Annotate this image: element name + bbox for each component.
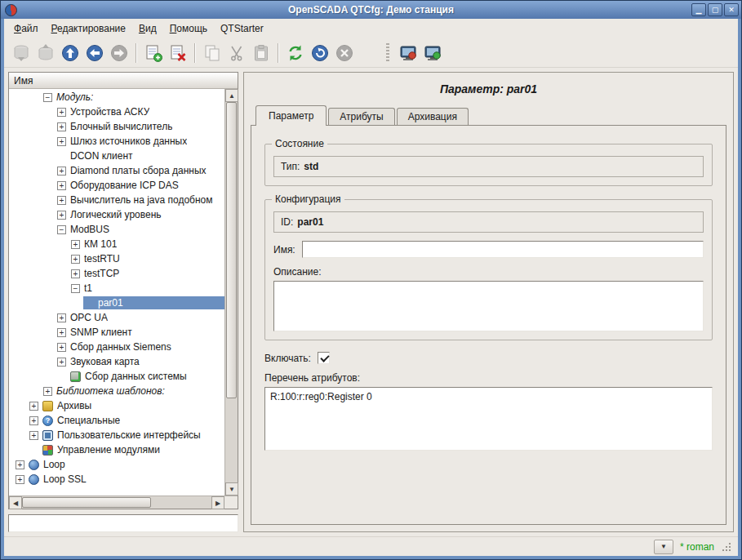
tree-vertical-scrollbar[interactable]: ▲ ▼ xyxy=(224,89,238,496)
tree-filter-input[interactable] xyxy=(8,514,238,532)
expand-icon[interactable]: + xyxy=(57,328,66,337)
tree-item[interactable]: +Шлюз источников данных xyxy=(9,134,224,149)
tree-item-label: КМ 101 xyxy=(84,238,117,250)
expand-icon[interactable]: + xyxy=(16,475,24,484)
resize-grip[interactable] xyxy=(721,541,731,552)
load-from-db-icon[interactable] xyxy=(9,41,33,65)
minimize-icon[interactable]: ▁ xyxy=(691,3,706,16)
tree-item[interactable]: +Звуковая карта xyxy=(9,354,224,369)
qtstarter-launch-icon[interactable] xyxy=(420,41,445,65)
expand-icon[interactable]: + xyxy=(29,416,38,425)
stop-update-icon[interactable] xyxy=(332,41,357,65)
expand-icon[interactable]: + xyxy=(57,181,66,190)
tree-item[interactable]: −t1 xyxy=(9,281,224,296)
tree-item[interactable]: +Блочный вычислитель xyxy=(9,119,224,134)
tree-item[interactable]: DCON клиент xyxy=(9,149,224,163)
tree-item[interactable]: +Оборудование ICP DAS xyxy=(9,178,224,193)
tree-item[interactable]: +SNMP клиент xyxy=(9,325,224,340)
status-combo-button[interactable]: ▼ xyxy=(654,540,673,554)
tree-item[interactable]: Управление модулями xyxy=(9,442,224,457)
expand-icon[interactable]: + xyxy=(57,313,66,322)
tree-item[interactable]: Сбор данных системы xyxy=(9,369,224,384)
copy-item-icon[interactable] xyxy=(200,41,224,65)
expand-icon[interactable]: + xyxy=(57,108,66,117)
expand-icon[interactable]: + xyxy=(71,240,80,249)
expand-icon[interactable]: + xyxy=(57,137,66,146)
tree-item[interactable]: +Пользовательские интерфейсы xyxy=(9,428,224,442)
collapse-icon[interactable]: − xyxy=(71,284,80,293)
tree-item[interactable]: +Архивы xyxy=(9,398,224,413)
menu-edit[interactable]: Редактирование xyxy=(45,20,132,37)
attributes-list-item[interactable]: R:100:r:reg0:Register 0 xyxy=(270,391,372,402)
menu-view[interactable]: Вид xyxy=(132,20,163,37)
expand-icon[interactable]: + xyxy=(71,255,80,264)
toolbar-handle[interactable] xyxy=(386,43,389,63)
expand-icon[interactable]: + xyxy=(29,431,38,440)
go-previous-icon[interactable] xyxy=(82,41,107,65)
tree-item[interactable]: +КМ 101 xyxy=(9,237,224,251)
scroll-thumb[interactable] xyxy=(22,497,151,508)
tab-parameter[interactable]: Параметр xyxy=(255,105,327,126)
expand-icon[interactable]: + xyxy=(57,211,66,220)
tree-item[interactable]: +Библиотека шаблонов: xyxy=(9,384,224,398)
tree-item[interactable]: +OPC UA xyxy=(9,310,224,325)
refresh-icon[interactable] xyxy=(283,41,308,65)
start-periodic-update-icon[interactable] xyxy=(308,41,332,65)
tree-item[interactable]: par01 xyxy=(9,296,224,310)
tree-item[interactable]: +Вычислитель на java подобном xyxy=(9,193,224,207)
go-up-icon[interactable] xyxy=(58,41,82,65)
attributes-list[interactable]: R:100:r:reg0:Register 0 xyxy=(264,387,713,451)
tree-column-header[interactable]: Имя xyxy=(9,73,238,89)
scroll-right-icon[interactable]: ▶ xyxy=(211,496,224,509)
tree-item-label: Архивы xyxy=(57,400,91,411)
tree-item[interactable]: +Специальные xyxy=(9,413,224,428)
tree-item[interactable]: −ModBUS xyxy=(9,222,224,237)
tree-item[interactable]: +Устройства АСКУ xyxy=(9,104,224,119)
tree-item[interactable]: +Сбор данных Siemens xyxy=(9,340,224,354)
description-textarea[interactable] xyxy=(273,281,704,331)
go-next-icon[interactable] xyxy=(107,41,131,65)
paste-item-icon[interactable] xyxy=(249,41,273,65)
expand-icon[interactable]: + xyxy=(57,343,66,352)
name-input[interactable] xyxy=(302,241,704,258)
scroll-up-icon[interactable]: ▲ xyxy=(225,89,238,102)
cut-item-icon[interactable] xyxy=(224,41,249,65)
tree-item[interactable]: −Модуль: xyxy=(9,90,224,104)
tree-item[interactable]: +Логический уровень xyxy=(9,207,224,222)
tree-item[interactable]: +Loop xyxy=(9,457,224,472)
expand-icon[interactable]: + xyxy=(57,196,66,205)
enable-checkbox[interactable] xyxy=(318,352,330,364)
expand-icon[interactable]: + xyxy=(71,269,80,278)
scroll-track[interactable] xyxy=(225,102,238,482)
delete-item-icon[interactable] xyxy=(166,41,190,65)
expand-icon[interactable]: + xyxy=(57,167,66,176)
tree-item[interactable]: +testTCP xyxy=(9,266,224,281)
menu-qtstarter[interactable]: QTStarter xyxy=(214,20,270,37)
tree-item[interactable]: +Diamond платы сбора данных xyxy=(9,163,224,178)
tree-item[interactable]: +testRTU xyxy=(9,251,224,266)
menu-file[interactable]: Файл xyxy=(7,20,45,37)
scroll-thumb[interactable] xyxy=(226,102,237,398)
expand-icon[interactable]: + xyxy=(29,402,38,411)
menu-help[interactable]: Помощь xyxy=(163,20,214,37)
titlebar[interactable]: OpenSCADA QTCfg: Демо станция ▁ ▢ ✕ xyxy=(1,1,741,19)
collapse-icon[interactable]: − xyxy=(43,93,52,102)
tab-attributes[interactable]: Атрибуты xyxy=(328,108,394,125)
save-to-db-icon[interactable] xyxy=(33,41,58,65)
maximize-icon[interactable]: ▢ xyxy=(708,3,722,16)
add-item-icon[interactable] xyxy=(141,41,166,65)
expand-icon[interactable]: + xyxy=(57,122,66,131)
qtstarter-config-icon[interactable] xyxy=(396,41,420,65)
expand-icon[interactable]: + xyxy=(57,358,66,367)
tree-item-label: Вычислитель на java подобном xyxy=(70,194,213,206)
tab-archiving[interactable]: Архивация xyxy=(397,108,469,125)
tree-item[interactable]: +Loop SSL xyxy=(9,472,224,487)
scroll-down-icon[interactable]: ▼ xyxy=(225,482,238,496)
scroll-track[interactable] xyxy=(22,496,211,509)
expand-icon[interactable]: + xyxy=(16,460,24,469)
close-icon[interactable]: ✕ xyxy=(724,3,739,16)
scroll-left-icon[interactable]: ◀ xyxy=(9,496,22,509)
expand-icon[interactable]: + xyxy=(43,387,52,396)
tree-horizontal-scrollbar[interactable]: ◀ ▶ xyxy=(9,496,238,509)
collapse-icon[interactable]: − xyxy=(57,225,66,234)
